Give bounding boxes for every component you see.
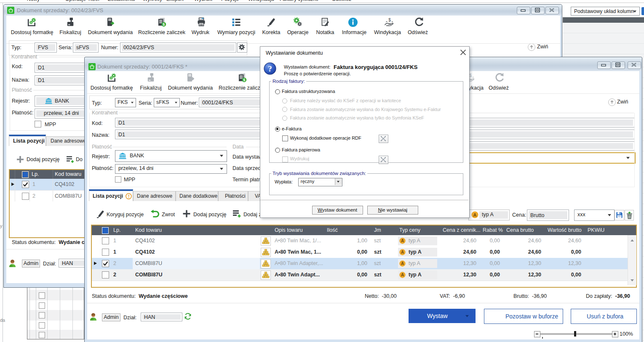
svg-text:A: A bbox=[473, 212, 477, 217]
svg-text:A: A bbox=[401, 273, 404, 277]
svg-text:A: A bbox=[401, 261, 404, 266]
svg-text:A: A bbox=[401, 250, 404, 255]
svg-text:?: ? bbox=[268, 64, 272, 73]
svg-text:A: A bbox=[401, 239, 404, 243]
